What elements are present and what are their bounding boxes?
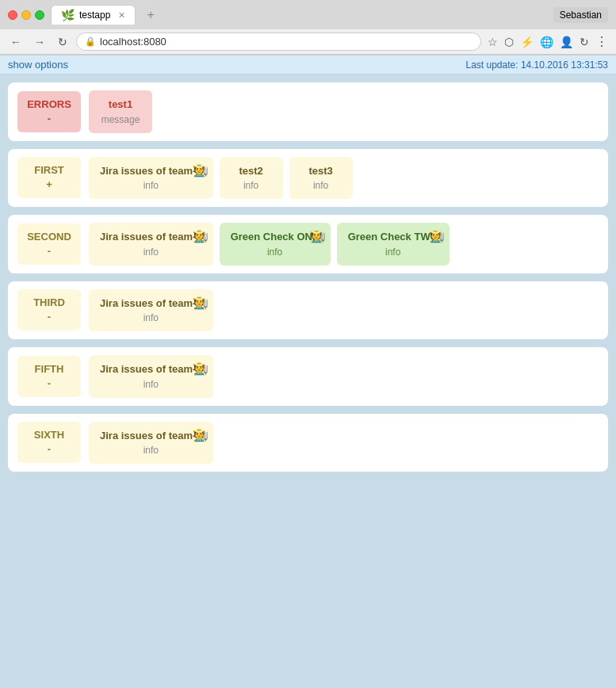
avatar-icon: 🧑‍🌾 [193,359,209,378]
sync-icon[interactable]: ↻ [578,34,591,50]
card-title: Jira issues of team-6 [100,428,202,444]
lock-icon: 🔒 [85,36,96,47]
card-title: test1 [100,97,141,113]
card-title: test3 [300,163,342,179]
card-jira-issues-of-team-2[interactable]: Jira issues of team-2info🧑‍🌾 [89,223,213,266]
section-label-sub: + [22,178,76,192]
browser-tab[interactable]: 🌿 testapp ✕ [51,5,136,25]
card-sub: info [348,245,438,259]
section-label-sub: - [22,310,76,324]
section-label-errors: ERRORS- [17,91,81,132]
section-label-sub: - [22,244,76,258]
card-jira-issues-of-team-6[interactable]: Jira issues of team-6info🧑‍🌾 [89,422,213,464]
more-icon[interactable]: ⋮ [594,32,610,51]
card-title: Jira issues of team-2 [100,229,202,245]
avatar-icon: 🧑‍🌾 [193,227,209,246]
section-sixth: SIXTH-Jira issues of team-6info🧑‍🌾 [8,414,608,472]
card-jira-issues-of-team-1[interactable]: Jira issues of team-1info🧑‍🌾 [89,157,213,200]
user-button[interactable]: Sebastian [553,7,608,23]
tab-close-icon[interactable]: ✕ [118,10,125,21]
section-label-title: ERRORS [22,97,76,112]
card-title: Green Check ONE [231,229,319,245]
section-label-first: FIRST+ [17,157,81,198]
account-icon[interactable]: 👤 [558,34,575,50]
card-sub: info [100,178,202,193]
section-label-sub: - [22,442,76,457]
extension-icon[interactable]: ⬡ [503,34,515,50]
card-sub: info [300,178,342,193]
section-label-third: THIRD- [17,289,81,331]
avatar-icon: 🧑‍🌾 [193,293,209,312]
nav-bar: ← → ↻ 🔒 localhost:8080 ☆ ⬡ ⚡ 🌐 👤 ↻ ⋮ [0,29,616,55]
card-sub: info [100,245,202,259]
card-sub: info [231,178,272,193]
app-header: show options Last update: 14.10.2016 13:… [0,55,616,75]
traffic-lights [8,10,44,20]
section-label-title: THIRD [22,296,76,310]
new-tab-button[interactable]: + [142,8,159,22]
url-bar[interactable]: 🔒 localhost:8080 [76,32,481,51]
card-sub: info [100,443,202,457]
card-sub: message [100,113,141,127]
card-jira-issues-of-team-5[interactable]: Jira issues of team-5info🧑‍🌾 [89,355,213,398]
nav-icons: ☆ ⬡ ⚡ 🌐 👤 ↻ ⋮ [486,32,610,51]
app-body: ERRORS-test1messageFIRST+Jira issues of … [0,75,616,480]
section-errors: ERRORS-test1message [8,82,608,141]
section-label-sixth: SIXTH- [17,422,81,463]
card-test2[interactable]: test2info [220,157,283,200]
browser-chrome: 🌿 testapp ✕ + Sebastian ← → ↻ 🔒 localhos… [0,0,616,55]
reload-button[interactable]: ↻ [54,34,71,50]
section-label-title: FIFTH [22,362,76,376]
avatar-icon: 🧑‍🌾 [429,227,445,246]
show-options-link[interactable]: show options [8,59,68,71]
card-title: Jira issues of team-1 [100,163,202,179]
section-label-title: FIRST [22,163,76,178]
forward-button[interactable]: → [30,34,49,50]
card-title: test2 [231,163,272,179]
section-label-sub: - [22,376,76,391]
card-jira-issues-of-team-3[interactable]: Jira issues of team-3info🧑‍🌾 [89,289,213,332]
card-test3[interactable]: test3info [289,157,353,200]
card-title: Green Check TWO [348,229,438,245]
cards-fifth: Jira issues of team-5info🧑‍🌾 [89,355,213,398]
section-label-sub: - [22,112,76,126]
section-third: THIRD-Jira issues of team-3info🧑‍🌾 [8,281,608,340]
maximize-button[interactable] [35,10,44,20]
close-button[interactable] [8,10,17,20]
avatar-icon: 🧑‍🌾 [310,227,326,246]
globe-icon[interactable]: 🌐 [538,34,555,50]
avatar-icon: 🧑‍🌾 [193,426,209,445]
section-label-fifth: FIFTH- [17,356,81,397]
section-label-title: SIXTH [22,428,76,442]
card-title: Jira issues of team-3 [100,296,202,312]
title-bar: 🌿 testapp ✕ + Sebastian [0,0,616,29]
section-first: FIRST+Jira issues of team-1info🧑‍🌾test2i… [8,149,608,208]
tab-icon: 🌿 [61,9,75,21]
cards-first: Jira issues of team-1info🧑‍🌾test2infotes… [89,157,353,200]
cards-second: Jira issues of team-2info🧑‍🌾Green Check … [89,223,450,266]
back-button[interactable]: ← [6,34,25,50]
section-label-second: SECOND- [17,224,81,265]
avatar-icon: 🧑‍🌾 [193,161,209,180]
minimize-button[interactable] [21,10,31,20]
cards-errors: test1message [89,90,152,133]
tab-title: testapp [79,10,110,21]
card-sub: info [100,377,202,392]
card-green-check-one[interactable]: Green Check ONEinfo🧑‍🌾 [220,223,331,266]
card-test1[interactable]: test1message [89,90,152,133]
url-text: localhost:8080 [100,36,166,48]
cards-sixth: Jira issues of team-6info🧑‍🌾 [89,422,213,464]
card-green-check-two[interactable]: Green Check TWOinfo🧑‍🌾 [337,223,450,266]
card-sub: info [231,245,319,259]
section-second: SECOND-Jira issues of team-2info🧑‍🌾Green… [8,215,608,273]
card-title: Jira issues of team-5 [100,361,202,377]
cards-third: Jira issues of team-3info🧑‍🌾 [89,289,213,332]
last-update-text: Last update: 14.10.2016 13:31:53 [466,59,609,71]
card-sub: info [100,311,202,325]
bookmark-icon[interactable]: ☆ [486,34,499,50]
section-label-title: SECOND [22,230,76,244]
section-fifth: FIFTH-Jira issues of team-5info🧑‍🌾 [8,347,608,406]
lightning-icon[interactable]: ⚡ [518,34,535,50]
